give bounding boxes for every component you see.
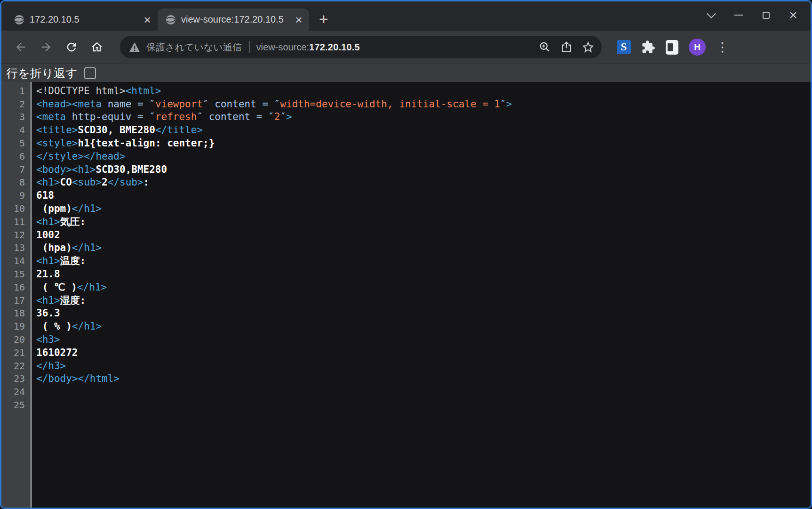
source-line: 20<h3> [1,333,811,346]
share-button[interactable] [556,36,577,58]
url-scheme: view-source: [256,42,309,53]
line-number: 15 [1,268,31,280]
line-number: 11 [1,216,31,227]
source-line: 4<title>SCD30, BME280</title> [1,123,811,137]
code-line-text: </body></html> [31,373,119,384]
code-line-text: (ppm)</h1> [31,203,102,214]
source-line: 1521.8 [1,267,811,281]
back-button[interactable] [8,34,33,60]
code-line-text: ( % )</h1> [31,321,102,332]
line-number: 13 [1,242,31,253]
source-line: 1<!DOCTYPE html><html> [1,84,811,97]
globe-favicon-icon [14,14,25,25]
code-line-text: <title>SCD30, BME280</title> [31,124,203,136]
source-line: 9618 [1,189,811,202]
close-button[interactable]: × [780,4,807,26]
code-line-text: 36.3 [31,307,60,319]
share-icon [560,41,573,53]
not-secure-warning-icon [129,42,140,52]
profile-avatar[interactable]: H [689,39,706,56]
source-line: 10 (ppm)</h1> [1,202,811,215]
line-number: 9 [1,190,31,201]
security-status-text[interactable]: 保護されていない通信 [146,41,242,54]
zoom-in-icon [539,41,551,53]
source-line: 1836.3 [1,307,811,320]
browser-window: 172.20.10.5 × view-source:172.20.10.5 × … [0,0,812,509]
source-line: 22</h3> [1,359,811,372]
line-number: 4 [1,124,31,136]
url-host: 172.20.10.5 [309,42,360,53]
menu-kebab-icon[interactable]: ⋮ [716,41,729,54]
code-line-text: <h1>温度: [31,254,86,267]
new-tab-button[interactable]: + [314,9,334,29]
line-number: 24 [1,386,31,397]
maximize-button[interactable] [752,4,780,26]
line-number: 10 [1,203,31,214]
source-line: 13 (hpa)</h1> [1,242,811,255]
code-line-text: <body><h1>SCD30,BME280 [31,164,167,175]
minimize-button[interactable] [725,4,752,26]
extension-s-icon[interactable]: S [617,40,631,54]
side-panel-icon[interactable] [666,40,678,55]
code-line-text: <meta http-equiv = ″refresh″ content = ″… [31,111,292,122]
line-number: 3 [1,111,31,122]
code-line-text: </h3> [31,360,66,372]
chevron-down-icon [707,9,716,18]
source-line: 11<h1>気圧: [1,215,811,228]
forward-arrow-icon [40,40,53,54]
line-number: 23 [1,373,31,384]
forward-button[interactable] [33,34,59,60]
source-viewer: 1<!DOCTYPE html><html>2<head><meta name … [1,82,811,508]
url-text[interactable]: view-source:172.20.10.5 [256,42,360,53]
extensions-puzzle-icon[interactable] [641,40,655,54]
source-line: 3<meta http-equiv = ″refresh″ content = … [1,111,811,124]
bookmark-button[interactable] [577,36,599,58]
code-line-text: <head><meta name = ″viewport″ content = … [31,98,512,110]
tab-close-icon[interactable]: × [292,13,305,26]
line-number: 6 [1,151,31,162]
source-line: 17<h1>湿度: [1,294,811,307]
source-line: 6</style></head> [1,150,811,163]
line-number: 1 [1,85,31,97]
line-wrap-checkbox[interactable] [84,67,96,79]
line-number: 19 [1,321,31,332]
line-number: 14 [1,255,31,267]
code-line-text: 618 [31,190,54,201]
tab-close-icon[interactable]: × [141,13,154,26]
line-number: 25 [1,399,31,411]
line-number: 22 [1,360,31,372]
line-number: 8 [1,177,31,188]
tab-title: view-source:172.20.10.5 [181,14,287,25]
line-number: 7 [1,164,31,175]
code-line-text: (hpa)</h1> [31,242,102,253]
star-icon [582,41,594,53]
back-arrow-icon [14,40,27,54]
line-wrap-bar: 行を折り返す [1,64,811,82]
source-line: 14<h1>温度: [1,254,811,267]
reload-button[interactable] [59,34,84,60]
code-line-text: <h1>湿度: [31,294,86,307]
code-line-text: <h1>CO<sub>2</sub>: [31,177,149,188]
address-bar[interactable]: 保護されていない通信 view-source:172.20.10.5 [120,36,602,58]
line-number: 17 [1,295,31,306]
source-line: 19 ( % )</h1> [1,320,811,333]
code-line-text: 21.8 [31,268,60,280]
code-line-text: ( ℃ )</h1> [31,282,107,293]
home-button[interactable] [84,34,110,60]
source-line: 24 [1,385,811,398]
code-line-text: <!DOCTYPE html><html> [31,85,161,97]
tab-page[interactable]: 172.20.10.5 × [6,8,158,31]
source-line: 7<body><h1>SCD30,BME280 [1,163,811,176]
line-number: 16 [1,282,31,293]
line-number: 5 [1,137,31,149]
source-lines: 1<!DOCTYPE html><html>2<head><meta name … [1,84,811,412]
source-line: 16 ( ℃ )</h1> [1,281,811,294]
tab-view-source[interactable]: view-source:172.20.10.5 × [158,8,309,31]
globe-favicon-icon [165,14,176,25]
source-line: 25 [1,398,811,412]
line-number: 2 [1,98,31,110]
zoom-button[interactable] [534,36,556,58]
tab-search-button[interactable] [698,4,725,26]
code-line-text: <h1>気圧: [31,215,86,228]
omnibox-divider [249,41,250,53]
